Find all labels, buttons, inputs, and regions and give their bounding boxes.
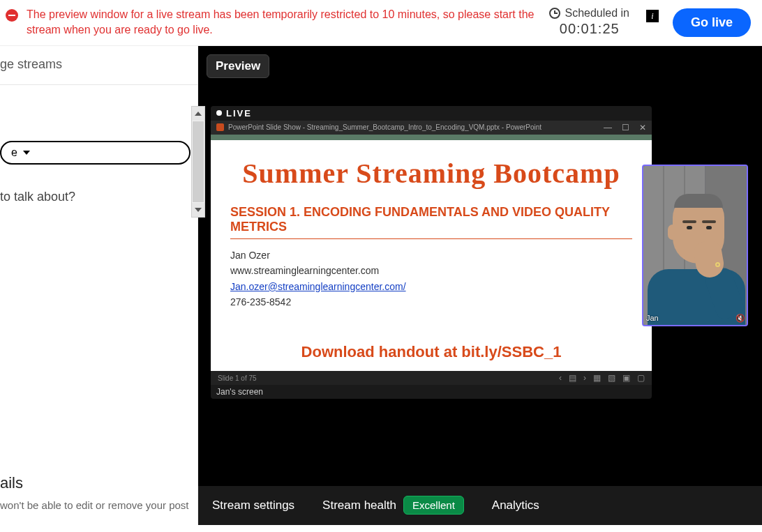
prev-slide-icon[interactable]: ‹ — [559, 373, 562, 383]
divider — [0, 84, 197, 85]
maximize-icon[interactable]: ☐ — [622, 123, 629, 132]
alert-icon — [6, 9, 18, 22]
info-icon[interactable]: i — [646, 10, 659, 22]
alert-message: The preview window for a live stream has… — [27, 7, 541, 38]
bottom-tabs: Stream settings Stream health Excellent … — [198, 486, 762, 525]
share-source-label: Jan's screen — [211, 385, 652, 399]
details-hint: won't be able to edit or remove your pos… — [0, 499, 190, 511]
handout-text: Download handout at bit.ly/SSBC_1 — [230, 343, 632, 361]
slide-counter: Slide 1 of 75 — [218, 374, 257, 382]
person-hair — [674, 194, 723, 208]
live-dot-icon — [216, 110, 222, 116]
go-live-button[interactable]: Go live — [673, 8, 751, 37]
live-badge: LIVE — [211, 106, 652, 121]
tab-stream-settings[interactable]: Stream settings — [212, 499, 294, 512]
tab-analytics[interactable]: Analytics — [492, 499, 539, 512]
prompt-text: to talk about? — [0, 190, 190, 204]
slide-nav-icons: ‹ ▤ › ▦ ▧ ▣ ▢ — [559, 373, 645, 383]
scroll-down-button[interactable] — [192, 203, 204, 217]
shared-screen: LIVE PowerPoint Slide Show - Streaming_S… — [211, 106, 652, 400]
powerpoint-titlebar: PowerPoint Slide Show - Streaming_Summer… — [211, 121, 652, 135]
main-area: ge streams e to talk about? ails won't b… — [0, 46, 762, 525]
person-brow — [702, 220, 716, 223]
clock-icon — [549, 8, 560, 19]
tab-stream-health[interactable]: Stream health Excellent — [322, 496, 464, 515]
slide-title: Summer Streaming Bootcamp — [230, 157, 632, 190]
powerpoint-title: PowerPoint Slide Show - Streaming_Summer… — [228, 123, 541, 131]
next-slide-icon[interactable]: › — [583, 373, 586, 383]
view-normal-icon[interactable]: ▦ — [593, 373, 601, 383]
health-status-badge: Excellent — [403, 496, 464, 515]
window-controls: — ☐ ✕ — [604, 123, 646, 132]
view-reading-icon[interactable]: ▣ — [622, 373, 630, 383]
details-heading: ails — [0, 474, 190, 492]
scheduled-label: Scheduled in — [565, 7, 629, 20]
session-header: SESSION 1. ENCODING FUNDAMENTALS AND VID… — [230, 205, 632, 239]
presenter-name: Jan Ozer — [230, 248, 632, 263]
view-sorter-icon[interactable]: ▧ — [608, 373, 615, 383]
streams-title: ge streams — [0, 57, 190, 72]
preview-stage: Preview LIVE PowerPoint Slide Show - Str… — [198, 46, 762, 525]
slide-top-band — [211, 135, 652, 140]
scroll-thumb[interactable] — [193, 121, 204, 202]
sidebar: ge streams e to talk about? ails won't b… — [0, 46, 198, 525]
presenter-block: Jan Ozer www.streaminglearningcenter.com… — [230, 248, 632, 310]
scrollbar[interactable] — [191, 106, 205, 218]
person-brow — [682, 220, 696, 223]
visibility-dropdown[interactable]: e — [0, 141, 190, 165]
close-icon[interactable]: ✕ — [639, 123, 646, 132]
powerpoint-icon — [216, 123, 224, 131]
person-eye — [687, 226, 692, 229]
powerpoint-footer: Slide 1 of 75 ‹ ▤ › ▦ ▧ ▣ ▢ — [211, 371, 652, 385]
presenter-email[interactable]: Jan.ozer@streaminglearningcenter.com/ — [230, 281, 406, 292]
header-bar: The preview window for a live stream has… — [0, 0, 762, 46]
dropdown-label: e — [11, 146, 17, 159]
schedule-info: Scheduled in 00:01:25 — [549, 7, 629, 37]
chevron-down-icon — [23, 151, 30, 155]
minimize-icon[interactable]: — — [604, 123, 612, 132]
presenter-phone: 276-235-8542 — [230, 294, 632, 310]
slide-body: Summer Streaming Bootcamp SESSION 1. ENC… — [211, 140, 652, 372]
view-present-icon[interactable]: ▢ — [637, 373, 645, 383]
slide-thumb-icon[interactable]: ▤ — [569, 373, 576, 383]
presenter-site: www.streaminglearningcenter.com — [230, 263, 632, 278]
person-ring — [715, 262, 720, 267]
audio-icon[interactable]: 🔇 — [735, 314, 744, 322]
scheduled-timer: 00:01:25 — [560, 21, 620, 37]
preview-badge: Preview — [207, 54, 269, 78]
webcam-tile[interactable]: Jan 🔇 — [642, 165, 748, 326]
webcam-name: Jan — [646, 314, 659, 322]
person-eye — [706, 226, 712, 229]
scroll-up-button[interactable] — [192, 107, 204, 121]
